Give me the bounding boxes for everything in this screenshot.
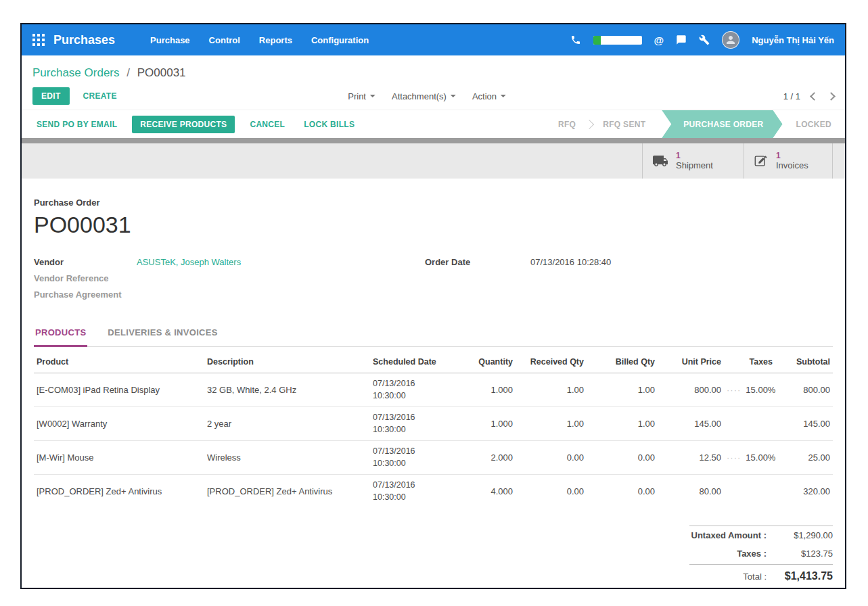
lock-bills-button[interactable]: LOCK BILLS [300, 119, 359, 130]
cell-unit-price: 80.00 [658, 475, 724, 509]
edit-button[interactable]: EDIT [32, 87, 70, 105]
shipment-label: Shipment [676, 160, 713, 171]
field-group-right: Order Date 07/13/2016 10:28:40 [425, 257, 611, 306]
purchase-agreement-field: Purchase Agreement [34, 289, 425, 300]
tab-deliveries-invoices[interactable]: DELIVERIES & INVOICES [106, 322, 219, 346]
col-unit-price: Unit Price [658, 350, 724, 373]
menu-reports[interactable]: Reports [259, 35, 292, 45]
invoice-edit-icon [754, 154, 769, 168]
pager-value: 1 / 1 [783, 91, 800, 101]
cell-billed-qty: 0.00 [587, 475, 658, 509]
col-subtotal: Subtotal [775, 350, 833, 373]
cell-quantity: 2.000 [448, 441, 516, 475]
col-taxes: Taxes [724, 350, 775, 373]
separator-band [22, 138, 845, 143]
button-box: 1 Shipment 1 Invoices [642, 143, 833, 179]
record-type-label: Purchase Order [34, 197, 833, 208]
attachments-dropdown[interactable]: Attachment(s) [392, 91, 456, 101]
untaxed-amount-row: Untaxed Amount : $1,290.00 [689, 526, 833, 544]
menu-purchase[interactable]: Purchase [150, 35, 190, 45]
state-purchase-order[interactable]: PURCHASE ORDER [662, 110, 782, 138]
invoices-button[interactable]: 1 Invoices [744, 143, 833, 179]
user-menu[interactable]: Nguyễn Thị Hải Yến [752, 35, 834, 45]
order-lines-table: Product Description Scheduled Date Quant… [34, 350, 833, 508]
vendor-value-link[interactable]: ASUSTeK, Joseph Walters [137, 257, 241, 267]
cell-received-qty: 1.00 [516, 373, 587, 407]
cell-received-qty: 0.00 [516, 475, 587, 509]
shipment-button[interactable]: 1 Shipment [642, 143, 744, 179]
cell-subtotal: 145.00 [775, 407, 833, 441]
apps-grid-icon[interactable] [32, 34, 45, 46]
taxes-row: Taxes : $123.75 [689, 544, 833, 563]
table-row[interactable]: [W0002] Warranty 2 year 07/13/201610:30:… [34, 407, 833, 441]
field-group: Vendor ASUSTeK, Joseph Walters Vendor Re… [34, 257, 833, 306]
cell-taxes [724, 475, 775, 509]
print-dropdown-label: Print [348, 91, 366, 101]
state-rfq[interactable]: RFQ [545, 110, 589, 138]
col-quantity: Quantity [448, 350, 516, 373]
statusbar-buttons: SEND PO BY EMAIL RECEIVE PRODUCTS CANCEL… [32, 110, 359, 138]
totals-box: Untaxed Amount : $1,290.00 Taxes : $123.… [689, 526, 833, 586]
col-description: Description [204, 350, 370, 373]
main-menu: Purchase Control Reports Configuration [150, 35, 369, 45]
cell-quantity: 1.000 [448, 407, 516, 441]
cell-description: 2 year [204, 407, 370, 441]
table-row[interactable]: [M-Wir] Mouse Wireless 07/13/201610:30:0… [34, 441, 833, 475]
cell-taxes: ····15.00% [724, 373, 775, 407]
mentions-icon[interactable]: @ [654, 34, 664, 46]
cell-unit-price: 145.00 [658, 407, 724, 441]
print-dropdown[interactable]: Print [348, 91, 375, 101]
breadcrumb-parent-link[interactable]: Purchase Orders [32, 66, 120, 79]
phone-icon[interactable] [570, 34, 581, 45]
cell-scheduled-date: 07/13/201610:30:00 [370, 407, 448, 441]
attachments-dropdown-label: Attachment(s) [392, 91, 447, 101]
statusbar: SEND PO BY EMAIL RECEIVE PRODUCTS CANCEL… [22, 110, 845, 138]
receive-products-button[interactable]: RECEIVE PRODUCTS [132, 116, 235, 133]
truck-icon [652, 153, 668, 169]
status-pipeline: RFQ RFQ SENT PURCHASE ORDER LOCKED [545, 110, 845, 138]
action-dropdown[interactable]: Action [472, 91, 506, 101]
chevron-down-icon [451, 95, 456, 97]
menu-control[interactable]: Control [209, 35, 240, 45]
state-locked[interactable]: LOCKED [783, 110, 845, 138]
pager-next-icon[interactable] [827, 92, 836, 101]
total-row: Total : $1,413.75 [689, 564, 833, 586]
cell-product: [E-COM03] iPad Retina Display [34, 373, 204, 407]
pager: 1 / 1 [783, 91, 834, 101]
cell-product: [W0002] Warranty [34, 407, 204, 441]
topbar-right: @ Nguyễn Thị Hải Yến [570, 31, 834, 49]
cell-billed-qty: 1.00 [587, 407, 658, 441]
cancel-button[interactable]: CANCEL [246, 119, 289, 130]
order-date-label: Order Date [425, 257, 530, 306]
cell-quantity: 4.000 [448, 475, 516, 509]
state-rfq-sent[interactable]: RFQ SENT [589, 110, 659, 138]
col-received-qty: Received Qty [516, 350, 587, 373]
pager-previous-icon[interactable] [810, 92, 819, 101]
order-date-value: 07/13/2016 10:28:40 [530, 257, 611, 306]
field-group-left: Vendor ASUSTeK, Joseph Walters Vendor Re… [34, 257, 425, 306]
planner-progress-bar[interactable] [593, 36, 642, 45]
total-label: Total : [689, 572, 773, 582]
table-header-row: Product Description Scheduled Date Quant… [34, 350, 833, 373]
cell-product: [PROD_ORDER] Zed+ Antivirus [34, 475, 204, 509]
chat-icon[interactable] [676, 34, 687, 45]
menu-configuration[interactable]: Configuration [311, 35, 369, 45]
send-po-by-email-button[interactable]: SEND PO BY EMAIL [32, 119, 121, 130]
untaxed-amount-value: $1,290.00 [773, 530, 833, 540]
control-panel: EDIT CREATE Print Attachment(s) Action 1… [22, 83, 845, 110]
record-name: PO00031 [34, 212, 833, 238]
tools-icon[interactable] [699, 34, 710, 45]
table-row[interactable]: [PROD_ORDER] Zed+ Antivirus [PROD_ORDER]… [34, 475, 833, 509]
create-button[interactable]: CREATE [79, 91, 121, 101]
taxes-label: Taxes : [689, 549, 773, 559]
table-row[interactable]: [E-COM03] iPad Retina Display 32 GB, Whi… [34, 373, 833, 407]
total-value: $1,413.75 [773, 570, 833, 582]
app-window: Purchases Purchase Control Reports Confi… [20, 23, 846, 589]
cell-scheduled-date: 07/13/201610:30:00 [370, 441, 448, 475]
user-avatar[interactable] [722, 31, 739, 49]
tab-products[interactable]: PRODUCTS [34, 322, 87, 347]
invoices-stat: 1 Invoices [776, 151, 808, 171]
action-dropdown-label: Action [472, 91, 497, 101]
breadcrumb: Purchase Orders / PO00031 [32, 66, 186, 80]
cell-subtotal: 25.00 [775, 441, 833, 475]
